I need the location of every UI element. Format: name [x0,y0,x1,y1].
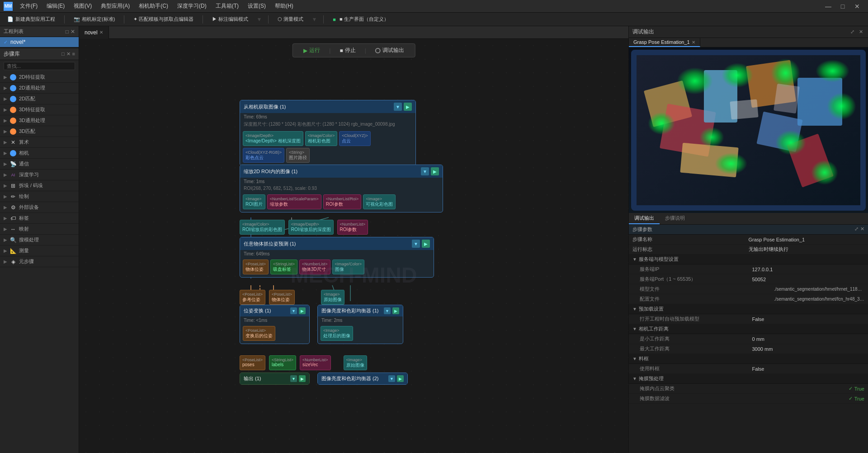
step-cat-depalletize[interactable]: ▶ ⊞ 拆垛 / 码垛 [0,180,79,191]
node-camera-capture[interactable]: 从相机获取图像 (1) ▼ ▶ Time: 69ms 深度图尺寸: (1280 … [240,100,416,166]
port-output-roi[interactable]: <NumberList>ROI参数 [337,220,368,235]
tab-novel-close[interactable]: ✕ [99,30,103,35]
menu-settings[interactable]: 设置(S) [244,1,269,11]
step-cat-measure[interactable]: ▶ 📐 测量 [0,245,79,256]
step-cat-arithmetic[interactable]: ▶ ✕ 算术 [0,137,79,148]
right-panel-expand-icon[interactable]: ⤢ [849,29,856,35]
menu-file[interactable]: 文件(F) [16,1,41,11]
step-cat-comm[interactable]: ▶ 📡 通信 [0,159,79,170]
project-item-novel[interactable]: ✓ novel* [0,37,79,47]
port-image-color[interactable]: <Image/Color>相机彩色图 [305,131,338,146]
node-pose-down-icon[interactable]: ▼ [412,240,420,248]
pose-transform-down-icon[interactable]: ▼ [290,307,297,314]
node-roi-scale[interactable]: 缩放2D ROI内的图像 (1) ▼ ▶ Time: 1ms ROI(268, … [240,165,443,212]
project-panel-close-icon[interactable]: ✕ [71,28,75,35]
section-bin[interactable]: ▼ 料框 [629,354,868,364]
port-cloud-xyz[interactable]: <Cloud(XYZ)>点云 [339,131,371,146]
port-labels[interactable]: <StringList>labels [269,355,296,370]
step-cat-map[interactable]: ▶ ↔ 映射 [0,224,79,235]
port-scale-param[interactable]: <NumberList/ScaleParam>缩放参数 [267,194,321,209]
project-panel-minimize-icon[interactable]: □ [66,28,69,35]
port-pose-ref[interactable]: <PoseList>参考位姿 [240,290,265,305]
node-pose-predict[interactable]: 任意物体抓位姿预测 (1) ▼ ▶ Time: 649ms <PoseList>… [240,237,434,278]
run-button[interactable]: ▶ 运行 [300,46,324,55]
step-cat-deep[interactable]: ▶ AI 深度学习 [0,170,79,180]
maximize-button[interactable]: □ [835,0,850,13]
port-pose-list[interactable]: <PoseList>物体位姿 [243,260,269,274]
node-roi-down-icon[interactable]: ▼ [421,167,429,175]
menu-tools[interactable]: 工具箱(T) [212,1,242,11]
menu-view[interactable]: 视图(V) [70,1,95,11]
port-pose-obj[interactable]: <PoseList>物体位姿 [269,290,295,305]
port-image-color-3[interactable]: <Image/Color>图像 [332,260,365,274]
pose-transform-run-icon[interactable]: ▶ [299,307,306,314]
debug-tab-step[interactable]: 步骤说明 [660,213,690,224]
new-project-button[interactable]: 📄 新建典型应用工程 [4,15,59,24]
camera-calib-button[interactable]: 📷 相机标定(标准) [70,15,118,24]
port-number-list[interactable]: <NumberList>物体3D尺寸 [299,260,330,274]
debug-tab-output[interactable]: 调试输出 [629,213,660,224]
section-camera-range[interactable]: ▼ 相机工作距离 [629,324,868,334]
brightness-1-run-icon[interactable]: ▶ [392,307,399,314]
step-cat-3d-match[interactable]: ▶ 3D匹配 [0,126,79,137]
menu-deep[interactable]: 深度学习(D) [174,1,210,11]
stop-button[interactable]: ■ 停止 [336,46,359,55]
step-cat-label[interactable]: ▶ 🏷 标签 [0,213,79,224]
annotation-mode-button[interactable]: ▶ 标注编辑模式 [208,15,252,24]
node-brightness-2[interactable]: 图像亮度和色彩均衡器 (2) ▼ ▶ [317,373,408,385]
brightness-1-down-icon[interactable]: ▼ [384,307,391,314]
step-params-close-icon[interactable]: ✕ [860,226,864,233]
step-lib-close-icon[interactable]: ✕ [66,51,71,57]
step-cat-2d-general[interactable]: ▶ 2D通用处理 [0,83,79,94]
node-run-icon[interactable]: ▶ [404,103,412,111]
port-size-vec[interactable]: <NumberList>sizeVec [300,355,331,370]
tab-novel[interactable]: novel ✕ [79,26,109,39]
step-cat-2d-feature[interactable]: ▶ 2D特征提取 [0,72,79,83]
step-cat-2d-match[interactable]: ▶ 2D匹配 [0,94,79,104]
node-pose-transform[interactable]: 位姿变换 (1) ▼ ▶ Time: <1ms <PoseList>变换后的位姿 [240,305,310,344]
step-search-input[interactable] [4,62,75,70]
port-processed-image[interactable]: <Image>处理后的图像 [321,326,353,341]
production-mode-button[interactable]: ■ ■ 生产界面（自定义） [329,15,392,24]
measure-mode-button[interactable]: ⬡ 测量模式 [274,15,307,24]
port-cloud-xyz-rgb[interactable]: <Cloud(XYZ-RGB)>彩色点云 [243,148,284,163]
port-roi-param[interactable]: <NumberList/Roi>ROI参数 [323,194,362,209]
menu-edit[interactable]: 编辑(E) [43,1,68,11]
minimize-button[interactable]: — [821,0,835,13]
port-string-list[interactable]: <StringList>吸盘标签 [270,260,297,274]
brightness-2-down-icon[interactable]: ▼ [388,375,395,382]
port-poses[interactable]: <PoseList>poses [240,355,265,370]
output-1-run-icon[interactable]: ▶ [299,375,306,382]
menu-typical[interactable]: 典型应用(A) [97,1,133,11]
section-mask[interactable]: ▼ 掩膜预处理 [629,374,868,384]
node-brightness-1[interactable]: 图像亮度和色彩均衡器 (1) ▼ ▶ Time: 2ms <Image>处理后的… [317,305,403,344]
port-image-depth[interactable]: <Image/Depth><Image/Depth> 相机深度图 [243,131,303,146]
step-cat-3d-general[interactable]: ▶ 3D通用处理 [0,115,79,126]
step-cat-meta[interactable]: ▶ ◈ 元步骤 [0,256,79,267]
port-pose-transformed[interactable]: <PoseList>变换后的位姿 [243,326,275,341]
node-roi-run-icon[interactable]: ▶ [431,167,439,175]
node-pose-run-icon[interactable]: ▶ [422,240,430,248]
port-output-color[interactable]: <Image/Color>ROI缩放后的彩色图 [240,220,285,235]
close-button[interactable]: ✕ [850,0,864,13]
brightness-2-run-icon[interactable]: ▶ [397,375,404,382]
debug-output-button[interactable]: 调试输出 [372,46,408,55]
step-lib-minimize-icon[interactable]: □ [61,51,65,57]
image-tab-grasp[interactable]: Grasp Pose Estimation_1 ✕ [629,38,700,47]
menu-help[interactable]: 帮助(H) [271,1,297,11]
match-template-button[interactable]: ✦ 匹配模板与抓取点编辑器 [130,15,197,24]
port-roi-image[interactable]: <Image>ROI图片 [243,194,265,209]
section-server-model[interactable]: ▼ 服务端与模型设置 [629,255,868,264]
port-output-depth[interactable]: <Image/Depth>ROI缩放后的深度图 [288,220,334,235]
step-cat-draw[interactable]: ▶ ✏ 绘制 [0,191,79,202]
step-params-expand-icon[interactable]: ⤢ [854,226,859,233]
node-down-icon[interactable]: ▼ [394,103,402,111]
menu-camera[interactable]: 相机助手(C) [135,1,172,11]
port-original-image-3[interactable]: <Image>原始图像 [344,355,367,370]
section-preload[interactable]: ▼ 预加载设置 [629,304,868,314]
right-panel-close-icon[interactable]: ✕ [858,29,864,35]
output-1-down-icon[interactable]: ▼ [290,375,297,382]
port-string[interactable]: <String>图片路径 [286,148,310,163]
canvas-area[interactable]: ▶ 运行 | ■ 停止 | 调试输出 [79,39,628,453]
step-cat-template[interactable]: ▶ 🔍 搜模处理 [0,235,79,245]
